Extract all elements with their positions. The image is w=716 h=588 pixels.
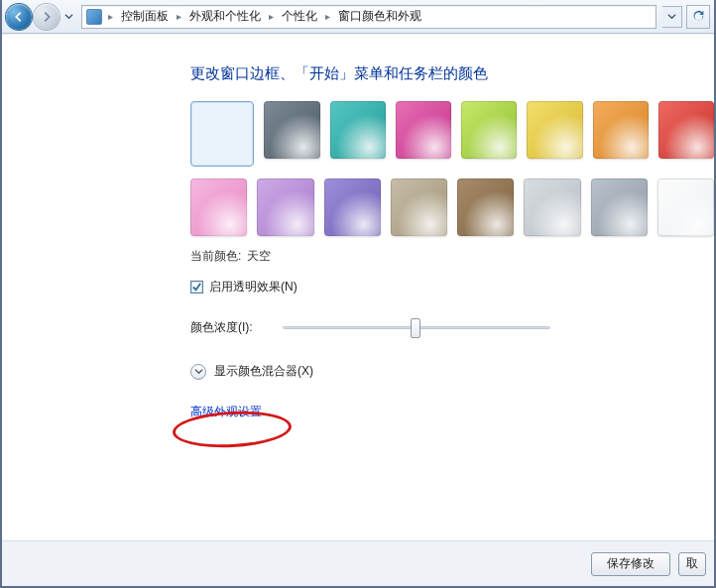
- color-swatch-magenta[interactable]: [396, 101, 451, 159]
- content-area: 更改窗口边框、「开始」菜单和任务栏的颜色 当前颜色: 天空 启用透明效果(N): [2, 34, 714, 540]
- intensity-row: 颜色浓度(I):: [190, 317, 714, 337]
- transparency-label: 启用透明效果(N): [209, 279, 298, 295]
- transparency-checkbox-row[interactable]: 启用透明效果(N): [190, 279, 714, 295]
- breadcrumb-sep: ▸: [267, 11, 276, 22]
- current-color-label: 当前颜色:: [190, 248, 241, 265]
- color-swatch-white[interactable]: [657, 178, 714, 236]
- color-swatch-violet[interactable]: [324, 178, 381, 236]
- refresh-button[interactable]: [686, 5, 710, 29]
- color-swatch-orange[interactable]: [593, 101, 649, 159]
- forward-button[interactable]: [34, 4, 60, 30]
- color-swatch-pink[interactable]: [190, 178, 247, 236]
- color-swatch-teal[interactable]: [330, 101, 386, 159]
- advanced-appearance-link[interactable]: 高级外观设置...: [190, 404, 714, 420]
- breadcrumb-dropdown[interactable]: [662, 6, 682, 28]
- explorer-navbar: ▸ 控制面板 ▸ 外观和个性化 ▸ 个性化 ▸ 窗口颜色和外观: [2, 0, 714, 34]
- nav-history-dropdown[interactable]: [61, 6, 75, 28]
- intensity-label: 颜色浓度(I):: [190, 319, 253, 336]
- check-icon: [191, 282, 202, 293]
- color-swatch-silver[interactable]: [524, 178, 580, 236]
- breadcrumb[interactable]: ▸ 控制面板 ▸ 外观和个性化 ▸ 个性化 ▸ 窗口颜色和外观: [81, 5, 656, 29]
- breadcrumb-sep: ▸: [175, 11, 183, 22]
- color-mixer-label: 显示颜色混合器(X): [214, 363, 313, 380]
- color-swatch-lime[interactable]: [461, 101, 517, 159]
- breadcrumb-item[interactable]: 外观和个性化: [185, 6, 265, 27]
- save-button[interactable]: 保存修改: [591, 552, 670, 576]
- color-swatch-red[interactable]: [658, 101, 714, 159]
- color-swatch-gold[interactable]: [527, 101, 582, 159]
- arrow-left-icon: [12, 10, 26, 24]
- color-row-1: [190, 101, 714, 167]
- cancel-button[interactable]: 取: [678, 552, 706, 576]
- color-swatch-lavender[interactable]: [257, 178, 313, 236]
- advanced-link-text: 高级外观设置...: [190, 405, 272, 418]
- breadcrumb-item[interactable]: 控制面板: [117, 6, 173, 27]
- breadcrumb-item[interactable]: 窗口颜色和外观: [334, 6, 425, 27]
- color-mixer-row[interactable]: 显示颜色混合器(X): [190, 363, 714, 380]
- dialog-button-bar: 保存修改 取: [2, 540, 714, 586]
- arrow-right-icon: [40, 10, 54, 24]
- breadcrumb-sep: ▸: [106, 11, 115, 22]
- slider-thumb[interactable]: [411, 318, 420, 338]
- color-swatch-steel[interactable]: [591, 178, 648, 236]
- expand-mixer-button[interactable]: [190, 364, 206, 380]
- transparency-checkbox[interactable]: [190, 281, 203, 294]
- chevron-down-icon: [667, 12, 676, 21]
- page-title: 更改窗口边框、「开始」菜单和任务栏的颜色: [190, 64, 714, 83]
- refresh-icon: [692, 10, 705, 23]
- chevron-down-icon: [194, 367, 203, 376]
- color-row-2: [190, 178, 714, 236]
- location-icon: [86, 9, 102, 25]
- color-swatch-slate[interactable]: [264, 101, 319, 159]
- breadcrumb-item[interactable]: 个性化: [278, 6, 321, 27]
- current-color-value: 天空: [247, 248, 271, 265]
- current-color-row: 当前颜色: 天空: [190, 248, 714, 265]
- chevron-down-icon: [64, 12, 73, 21]
- color-swatch-brown[interactable]: [457, 178, 514, 236]
- breadcrumb-sep: ▸: [323, 11, 332, 22]
- back-button[interactable]: [6, 4, 32, 30]
- color-swatch-taupe[interactable]: [391, 178, 447, 236]
- color-swatch-selected[interactable]: [190, 101, 254, 167]
- intensity-slider[interactable]: [283, 317, 550, 337]
